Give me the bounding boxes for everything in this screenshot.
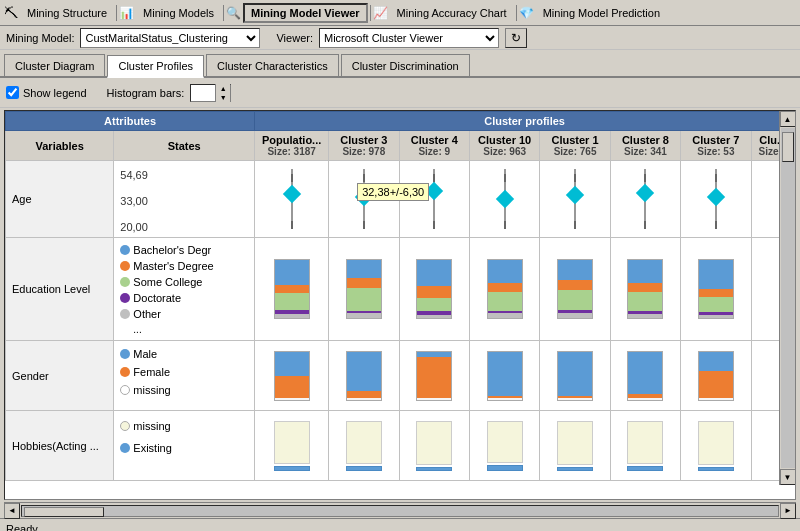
col-cluster4: Cluster 4 Size: 9: [399, 131, 469, 161]
gender-cluster1-cell: [540, 341, 610, 411]
hobbies-pop-cell: [255, 411, 329, 481]
viewer-select[interactable]: Microsoft Cluster Viewer: [319, 28, 499, 48]
model-select[interactable]: CustMaritalStatus_Clustering: [80, 28, 260, 48]
profiles-table: Attributes Cluster profiles Variables St…: [5, 111, 795, 481]
age-row: Age 54,69 33,00 20,00: [6, 161, 795, 238]
attr-header: Attributes: [6, 112, 255, 131]
spin-down-button[interactable]: ▼: [216, 93, 230, 102]
mining-models-tab[interactable]: Mining Models: [136, 3, 221, 23]
edu-cluster4-cell: [399, 238, 469, 341]
age-cluster10-cell: [469, 161, 539, 238]
model-label: Mining Model:: [6, 32, 74, 44]
age-tooltip: 32,38+/-6,30: [357, 183, 429, 201]
status-text: Ready: [6, 523, 38, 532]
edu-pop-cell: [255, 238, 329, 341]
hobbies-row: Hobbies(Acting ... missing Existing: [6, 411, 795, 481]
mining-structure-tab[interactable]: Mining Structure: [20, 3, 114, 23]
separator1: [116, 5, 117, 21]
hobbies-cluster7-cell: [681, 411, 751, 481]
vscrollbar[interactable]: ▲ ▼: [779, 111, 795, 485]
main-content: Attributes Cluster profiles Variables St…: [4, 110, 796, 500]
col-cluster1: Cluster 1 Size: 765: [540, 131, 610, 161]
gender-cluster10-cell: [469, 341, 539, 411]
hscroll-right[interactable]: ►: [780, 503, 796, 519]
accuracy-icon: 📈: [373, 6, 388, 20]
show-legend-checkbox[interactable]: [6, 86, 19, 99]
hobbies-cluster1-cell: [540, 411, 610, 481]
hobbies-attr-cell: Hobbies(Acting ...: [6, 411, 114, 481]
age-cluster3-cell: 32,38+/-6,30: [329, 161, 399, 238]
gender-cluster8-cell: [610, 341, 680, 411]
mining-structure-icon: ⛏: [4, 5, 18, 21]
age-states-cell: 54,69 33,00 20,00: [114, 161, 255, 238]
edu-cluster10-cell: [469, 238, 539, 341]
col-cluster7: Cluster 7 Size: 53: [681, 131, 751, 161]
vscroll-down[interactable]: ▼: [780, 469, 796, 485]
col-population: Populatio... Size: 3187: [255, 131, 329, 161]
education-attr-cell: Education Level: [6, 238, 114, 341]
refresh-button[interactable]: ↻: [505, 28, 527, 48]
hscrollbar-area[interactable]: ◄ ►: [4, 502, 796, 518]
education-row: Education Level Bachelor's Degr Master's…: [6, 238, 795, 341]
table-header-row1: Attributes Cluster profiles: [6, 112, 795, 131]
viewer-label: Viewer:: [276, 32, 312, 44]
show-legend-label[interactable]: Show legend: [6, 86, 87, 99]
col-cluster3: Cluster 3 Size: 978: [329, 131, 399, 161]
hobbies-cluster10-cell: [469, 411, 539, 481]
vscroll-up[interactable]: ▲: [780, 111, 796, 127]
mining-viewer-icon: 🔍: [226, 6, 241, 20]
tab-cluster-discrimination[interactable]: Cluster Discrimination: [341, 54, 470, 76]
separator2: [223, 5, 224, 21]
hobbies-cluster8-cell: [610, 411, 680, 481]
col-cluster8: Cluster 8 Size: 341: [610, 131, 680, 161]
prediction-icon: 💎: [519, 6, 534, 20]
gender-attr-cell: Gender: [6, 341, 114, 411]
gender-cluster4-cell: [399, 341, 469, 411]
gender-cluster3-cell: [329, 341, 399, 411]
gender-states-cell: Male Female missing: [114, 341, 255, 411]
gender-pop-cell: [255, 341, 329, 411]
table-scroll-area[interactable]: Attributes Cluster profiles Variables St…: [5, 111, 795, 485]
tab-cluster-characteristics[interactable]: Cluster Characteristics: [206, 54, 339, 76]
tab-cluster-profiles[interactable]: Cluster Profiles: [107, 55, 204, 78]
edu-cluster8-cell: [610, 238, 680, 341]
mining-accuracy-tab[interactable]: Mining Accuracy Chart: [390, 3, 514, 23]
spin-up-button[interactable]: ▲: [216, 84, 230, 93]
gender-row: Gender Male Female missing: [6, 341, 795, 411]
edu-cluster3-cell: [329, 238, 399, 341]
mining-prediction-tab[interactable]: Mining Model Prediction: [536, 3, 667, 23]
age-pop-cell: [255, 161, 329, 238]
histogram-spin[interactable]: 4 ▲ ▼: [190, 84, 231, 102]
separator4: [516, 5, 517, 21]
hobbies-states-cell: missing Existing: [114, 411, 255, 481]
variables-header: Variables: [6, 131, 114, 161]
histogram-value-input[interactable]: 4: [191, 87, 215, 99]
tab-cluster-diagram[interactable]: Cluster Diagram: [4, 54, 105, 76]
table-header-row2: Variables States Populatio... Size: 3187…: [6, 131, 795, 161]
mining-models-icon: 📊: [119, 6, 134, 20]
states-header: States: [114, 131, 255, 161]
age-cluster1-cell: [540, 161, 610, 238]
age-cluster8-cell: [610, 161, 680, 238]
age-attr-cell: Age: [6, 161, 114, 238]
hobbies-cluster4-cell: [399, 411, 469, 481]
age-cluster7-cell: [681, 161, 751, 238]
hobbies-cluster3-cell: [329, 411, 399, 481]
edu-cluster7-cell: [681, 238, 751, 341]
gender-cluster7-cell: [681, 341, 751, 411]
education-states-cell: Bachelor's Degr Master's Degree Some Col…: [114, 238, 255, 341]
status-bar: Ready: [0, 518, 800, 531]
hscroll-left[interactable]: ◄: [4, 503, 20, 519]
edu-cluster1-cell: [540, 238, 610, 341]
cluster-profiles-header: Cluster profiles: [255, 112, 795, 131]
histogram-bars-label: Histogram bars:: [107, 87, 185, 99]
mining-model-viewer-tab[interactable]: Mining Model Viewer: [243, 3, 368, 23]
col-cluster10: Cluster 10 Size: 963: [469, 131, 539, 161]
separator3: [370, 5, 371, 21]
